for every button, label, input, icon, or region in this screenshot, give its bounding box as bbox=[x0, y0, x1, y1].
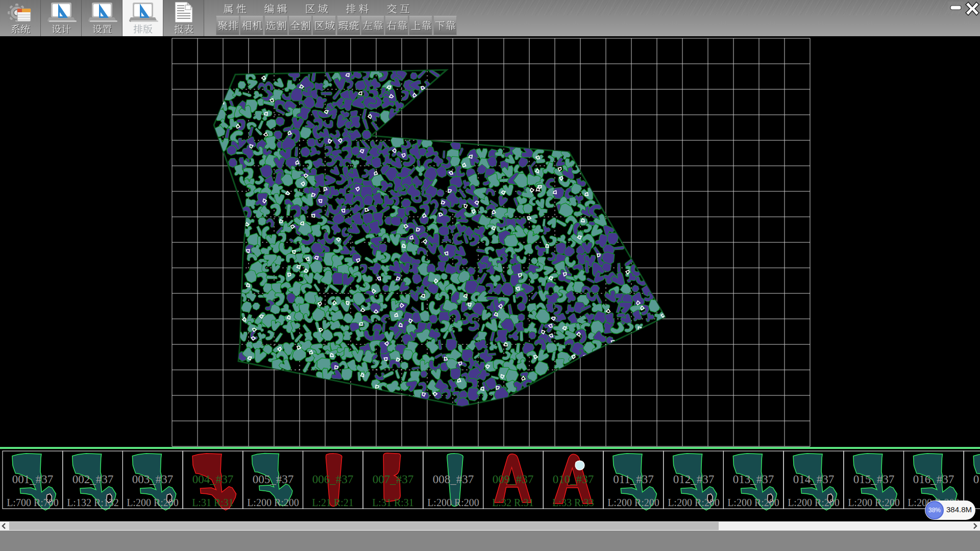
svg-text:L:200 R:200: L:200 R:200 bbox=[127, 497, 179, 508]
svg-text:014_#37: 014_#37 bbox=[793, 473, 835, 486]
svg-text:L:31 R:31: L:31 R:31 bbox=[192, 497, 234, 508]
svg-text:003_#37: 003_#37 bbox=[132, 473, 174, 486]
svg-text:L:200 R:200: L:200 R:200 bbox=[668, 497, 720, 508]
svg-text:L:700 R:700: L:700 R:700 bbox=[7, 497, 59, 508]
svg-text:L:21 R:21: L:21 R:21 bbox=[312, 497, 354, 508]
svg-text:L:200 R:200: L:200 R:200 bbox=[727, 497, 779, 508]
svg-text:L:200 R:200: L:200 R:200 bbox=[848, 497, 900, 508]
svg-text:005_#37: 005_#37 bbox=[253, 473, 294, 486]
svg-text:008_#37: 008_#37 bbox=[433, 473, 474, 486]
svg-text:L:31 R:31: L:31 R:31 bbox=[372, 497, 414, 508]
svg-text:017_#37: 017_#37 bbox=[973, 473, 980, 486]
svg-text:002_#37: 002_#37 bbox=[72, 473, 114, 486]
svg-text:010_#37: 010_#37 bbox=[553, 473, 594, 486]
svg-text:011_#37: 011_#37 bbox=[613, 473, 654, 486]
svg-text:L:32 R:31: L:32 R:31 bbox=[492, 497, 534, 508]
svg-text:L:200 R:200: L:200 R:200 bbox=[788, 497, 840, 508]
svg-text:016_#37: 016_#37 bbox=[913, 473, 954, 486]
svg-text:L:200 R:200: L:200 R:200 bbox=[427, 497, 479, 508]
svg-text:001_#37: 001_#37 bbox=[12, 473, 54, 486]
svg-text:L:33 R:33: L:33 R:33 bbox=[552, 497, 594, 508]
svg-text:015_#37: 015_#37 bbox=[853, 473, 895, 486]
svg-text:L:200 R:200: L:200 R:200 bbox=[247, 497, 299, 508]
svg-text:L:200 R:200: L:200 R:200 bbox=[607, 497, 659, 508]
svg-text:L:132 R:132: L:132 R:132 bbox=[67, 497, 119, 508]
svg-text:006_#37: 006_#37 bbox=[312, 473, 354, 486]
svg-text:004_#37: 004_#37 bbox=[192, 473, 234, 486]
svg-text:013_#37: 013_#37 bbox=[733, 473, 774, 486]
svg-text:012_#37: 012_#37 bbox=[673, 473, 715, 486]
svg-text:009_#37: 009_#37 bbox=[493, 473, 534, 486]
svg-text:007_#37: 007_#37 bbox=[373, 473, 414, 486]
